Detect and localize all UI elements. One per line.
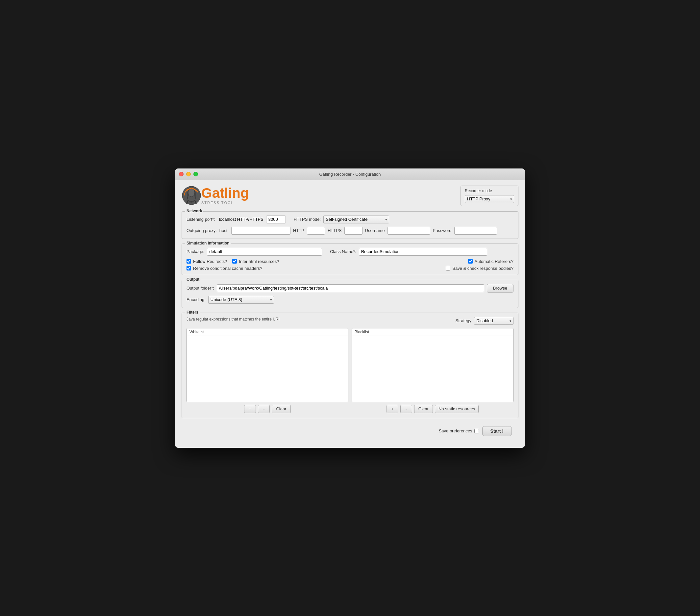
whitelist-panel: Whitelist + - Clear xyxy=(187,328,348,413)
encoding-select[interactable]: Unicode (UTF-8) ISO-8859-1 US-ASCII UTF-… xyxy=(208,296,274,304)
save-check-checkbox[interactable] xyxy=(446,266,450,271)
whitelist-remove-button[interactable]: - xyxy=(258,405,270,413)
whitelist-clear-button[interactable]: Clear xyxy=(272,405,290,413)
blacklist-body xyxy=(352,336,513,402)
simulation-section-title: Simulation Information xyxy=(185,241,231,246)
whitelist-add-button[interactable]: + xyxy=(244,405,256,413)
checkboxes-row-2: Remove conditional cache headers? Save &… xyxy=(187,266,513,271)
recorder-mode-select-wrap: HTTP Proxy HAR Converter xyxy=(465,195,514,203)
output-section-title: Output xyxy=(185,277,201,282)
logo-subtitle: STRESS TOOL xyxy=(201,201,249,205)
strategy-select[interactable]: Disabled Whitelist Blacklist xyxy=(474,317,513,325)
main-content: Gatling STRESS TOOL Recorder mode HTTP P… xyxy=(175,180,525,448)
http-port-input[interactable] xyxy=(307,227,325,235)
start-button[interactable]: Start ! xyxy=(482,426,512,436)
network-section-title: Network xyxy=(185,209,203,213)
encoding-row: Encoding: Unicode (UTF-8) ISO-8859-1 US-… xyxy=(187,296,513,304)
encoding-label: Encoding: xyxy=(187,297,205,302)
save-preferences-label: Save preferences xyxy=(439,429,472,433)
blacklist-buttons: + - Clear No static resources xyxy=(352,405,513,413)
recorder-mode-label: Recorder mode xyxy=(465,188,514,193)
infer-html-checkbox[interactable] xyxy=(232,259,237,263)
header-row: Gatling STRESS TOOL Recorder mode HTTP P… xyxy=(182,186,518,206)
save-preferences-row: Save preferences xyxy=(439,429,479,433)
output-section: Output Output folder*: Browse Encoding: … xyxy=(182,280,518,308)
recorder-mode-select[interactable]: HTTP Proxy HAR Converter xyxy=(465,195,514,203)
follow-redirects-checkbox[interactable] xyxy=(187,259,191,263)
whitelist-header: Whitelist xyxy=(187,329,348,336)
password-label: Password xyxy=(433,228,452,233)
browse-button[interactable]: Browse xyxy=(487,284,513,293)
save-check-checkbox-group: Save & check response bodies? xyxy=(446,266,513,271)
blacklist-header: Blacklist xyxy=(352,329,513,336)
strategy-row: Strategy Disabled Whitelist Blacklist xyxy=(455,317,513,325)
remove-cache-label: Remove conditional cache headers? xyxy=(193,266,262,271)
http-label: HTTP xyxy=(293,228,304,233)
package-input[interactable] xyxy=(207,248,322,256)
svg-point-7 xyxy=(188,189,195,197)
main-window: Gatling Recorder - Configuration xyxy=(175,169,525,448)
logo-text-area: Gatling STRESS TOOL xyxy=(201,186,249,205)
whitelist-list: Whitelist xyxy=(187,328,348,402)
outgoing-proxy-label: Outgoing proxy: xyxy=(187,228,217,233)
infer-html-label: Infer html resources? xyxy=(239,259,279,264)
auto-referers-label: Automatic Referers? xyxy=(475,259,514,264)
encoding-select-wrap: Unicode (UTF-8) ISO-8859-1 US-ASCII UTF-… xyxy=(208,296,274,304)
https-label: HTTPS xyxy=(328,228,342,233)
https-mode-select-wrap: Self-signed Certificate Provided KeyStor… xyxy=(323,215,389,223)
blacklist-list: Blacklist xyxy=(352,328,513,402)
package-row: Package: Class Name*: xyxy=(187,248,513,256)
window-title: Gatling Recorder - Configuration xyxy=(319,172,380,177)
localhost-label: localhost HTTP/HTTPS xyxy=(219,217,263,222)
listening-port-label: Listening port*: xyxy=(187,217,215,222)
https-port-input[interactable] xyxy=(345,227,362,235)
close-button[interactable] xyxy=(179,172,184,176)
save-preferences-checkbox[interactable] xyxy=(474,429,479,433)
no-static-resources-button[interactable]: No static resources xyxy=(435,405,479,413)
blacklist-panel: Blacklist + - Clear No static resources xyxy=(352,328,513,413)
whitelist-buttons: + - Clear xyxy=(187,405,348,413)
whitelist-body xyxy=(187,336,348,402)
output-folder-input[interactable] xyxy=(217,284,484,292)
output-folder-label: Output folder*: xyxy=(187,286,214,291)
host-input[interactable] xyxy=(231,227,290,235)
traffic-lights xyxy=(179,172,198,176)
filters-section: Filters Java regular expressions that ma… xyxy=(182,312,518,418)
remove-cache-checkbox-group: Remove conditional cache headers? xyxy=(187,266,262,271)
simulation-section: Simulation Information Package: Class Na… xyxy=(182,244,518,275)
https-mode-label: HTTPS mode: xyxy=(294,217,321,222)
blacklist-remove-button[interactable]: - xyxy=(400,405,412,413)
blacklist-clear-button[interactable]: Clear xyxy=(414,405,433,413)
filters-lists: Whitelist + - Clear Blacklist xyxy=(187,328,513,413)
host-label: host: xyxy=(220,228,229,233)
logo-area: Gatling STRESS TOOL xyxy=(182,186,249,205)
strategy-select-wrap: Disabled Whitelist Blacklist xyxy=(474,317,513,325)
blacklist-add-button[interactable]: + xyxy=(387,405,398,413)
minimize-button[interactable] xyxy=(186,172,191,176)
password-input[interactable] xyxy=(454,227,497,235)
checkboxes-row-1: Follow Redirects? Infer html resources? … xyxy=(187,259,513,264)
classname-label: Class Name*: xyxy=(330,249,356,254)
strategy-label: Strategy xyxy=(455,318,471,323)
save-check-label: Save & check response bodies? xyxy=(452,266,513,271)
auto-referers-checkbox-group: Automatic Referers? xyxy=(468,259,514,264)
bottom-bar: Save preferences Start ! xyxy=(182,423,518,441)
outgoing-proxy-row: Outgoing proxy: host: HTTP HTTPS Usernam… xyxy=(187,227,513,235)
remove-cache-checkbox[interactable] xyxy=(187,266,191,271)
recorder-mode-box: Recorder mode HTTP Proxy HAR Converter xyxy=(461,186,518,206)
https-mode-select[interactable]: Self-signed Certificate Provided KeyStor… xyxy=(323,215,389,223)
filters-section-title: Filters xyxy=(185,310,200,315)
username-label: Username xyxy=(365,228,385,233)
listening-port-input[interactable] xyxy=(266,215,286,223)
follow-redirects-label: Follow Redirects? xyxy=(193,259,227,264)
titlebar: Gatling Recorder - Configuration xyxy=(175,169,525,180)
auto-referers-checkbox[interactable] xyxy=(468,259,473,263)
classname-input[interactable] xyxy=(359,248,487,256)
package-label: Package: xyxy=(187,249,204,254)
username-input[interactable] xyxy=(388,227,430,235)
filters-strategy-row: Java regular expressions that matches th… xyxy=(187,317,513,325)
maximize-button[interactable] xyxy=(193,172,198,176)
listening-port-row: Listening port*: localhost HTTP/HTTPS HT… xyxy=(187,215,513,223)
network-section: Network Listening port*: localhost HTTP/… xyxy=(182,211,518,239)
gatling-logo-icon xyxy=(182,186,201,205)
